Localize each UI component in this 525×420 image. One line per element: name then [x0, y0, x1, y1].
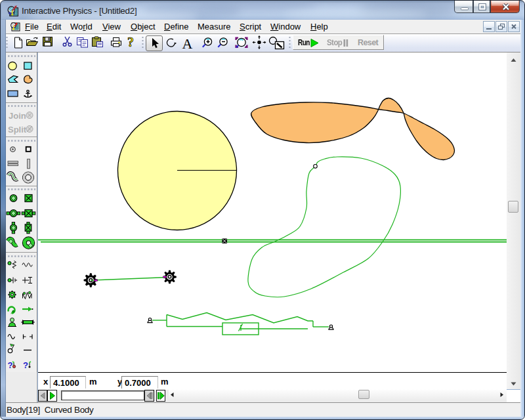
svg-text:?: ?	[127, 35, 134, 49]
svg-text:Join: Join	[9, 111, 26, 121]
svg-text:A: A	[182, 35, 193, 52]
svg-text:Split: Split	[8, 125, 27, 135]
svg-text:?: ?	[8, 360, 13, 370]
svg-text:?: ?	[23, 360, 28, 370]
